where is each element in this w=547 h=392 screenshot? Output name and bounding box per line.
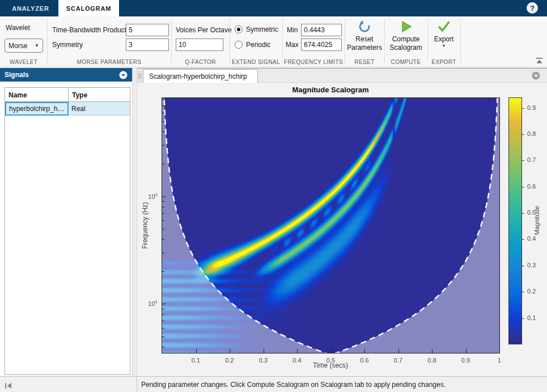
help-icon[interactable]: ?	[527, 2, 538, 14]
colorbar-tick-label: 0.9	[527, 104, 544, 111]
toolbar-separator	[171, 19, 172, 63]
radio-periodic[interactable]: Periodic	[235, 41, 270, 49]
x-tick-label: 1	[488, 357, 511, 364]
radio-periodic-label: Periodic	[246, 41, 270, 49]
colorbar-tick-label: 0.1	[527, 314, 544, 321]
freq-max-label: Max	[286, 41, 299, 49]
compute-scalogram-button[interactable]: Compute Scalogram	[385, 20, 426, 52]
section-label-compute: COMPUTE	[384, 59, 427, 67]
status-message: Pending parameter changes. Click Compute…	[141, 381, 446, 389]
radio-button-icon	[235, 25, 243, 33]
x-tick-label: 0.7	[387, 357, 410, 364]
toolbar-separator	[460, 19, 461, 63]
x-tick-label: 0.5	[320, 357, 342, 364]
x-tick-label: 0.6	[353, 357, 376, 364]
panel-splitter[interactable]	[132, 68, 137, 376]
section-label-frequency-limits: FREQUENCY LIMITS	[282, 59, 345, 67]
reset-icon	[358, 20, 371, 35]
section-label-q-factor: Q-FACTOR	[171, 59, 230, 67]
x-tick-label: 0.3	[252, 357, 275, 364]
x-tick-label: 0.9	[455, 357, 477, 364]
time-bandwidth-label: Time-Bandwidth Product	[52, 26, 126, 34]
toolbar-separator	[345, 19, 345, 63]
column-header-name[interactable]: Name	[5, 88, 68, 102]
radio-symmetric[interactable]: Symmetric	[235, 25, 278, 33]
voices-per-octave-input[interactable]	[176, 39, 223, 51]
reset-button-label-line1: Reset	[355, 35, 373, 44]
play-icon	[399, 20, 413, 35]
voices-per-octave-label: Voices Per Octave	[176, 26, 232, 34]
table-row[interactable]: hyperbolchirp_h… Real	[5, 102, 130, 116]
toolbar-separator	[384, 19, 385, 63]
check-icon	[437, 20, 451, 35]
scalogram-toolbar: Wavelet Morse ▼ WAVELET Time-Bandwidth P…	[0, 16, 547, 67]
colorbar-tick-label: 0.6	[527, 183, 544, 190]
wavelet-dropdown[interactable]: Morse ▼	[5, 39, 43, 53]
colorbar-tick-label: 0.7	[527, 156, 544, 163]
section-label-morse-parameters: MORSE PARAMETERS	[47, 59, 171, 67]
section-label-export: EXPORT	[427, 59, 460, 67]
export-button-label: Export	[434, 35, 454, 44]
wavelet-label: Wavelet	[6, 24, 30, 32]
freq-min-input[interactable]	[301, 24, 342, 36]
compute-button-label-line2: Scalogram	[389, 44, 422, 52]
compute-button-label-line1: Compute	[392, 35, 420, 44]
section-label-reset: RESET	[345, 59, 384, 67]
signals-panel: Signals Name Type hyperbolchirp_h… Real	[0, 68, 132, 376]
signals-panel-header: Signals	[0, 68, 132, 82]
collapse-panel-icon[interactable]	[5, 381, 12, 388]
wavelet-scalogram-app: ANALYZER SCALOGRAM ? Wavelet Morse ▼ WAV…	[0, 0, 547, 392]
radio-symmetric-label: Symmetric	[246, 25, 278, 33]
tab-strip-grip-handle[interactable]	[137, 70, 142, 82]
colorbar-tick-label: 0.2	[527, 288, 544, 295]
colorbar-tick-label: 0.4	[527, 235, 544, 242]
document-tab-scalogram[interactable]: Scalogram-hyperbolchirp_hchirp	[143, 69, 258, 83]
status-bar-divider	[137, 377, 137, 392]
x-tick-label: 0.1	[185, 357, 207, 364]
y-tick-label: 101	[138, 299, 158, 307]
time-bandwidth-input[interactable]	[126, 24, 169, 36]
freq-min-label: Min	[287, 26, 298, 34]
freq-max-input[interactable]	[301, 39, 342, 51]
y-axis-label: Frequency (Hz)	[141, 191, 149, 259]
x-tick-label: 0.8	[421, 357, 443, 364]
chevron-down-icon: ▼	[35, 43, 39, 48]
x-tick-label: 0.4	[286, 357, 308, 364]
document-actions-chevron-icon[interactable]	[532, 71, 540, 80]
column-header-type[interactable]: Type	[69, 88, 131, 102]
ribbon-tab-bar: ANALYZER SCALOGRAM ?	[0, 0, 547, 16]
scalogram-figure: Magnitude Scalogram Frequency (Hz) Time …	[137, 83, 547, 376]
signals-table: Name Type hyperbolchirp_h… Real	[5, 87, 130, 375]
reset-button-label-line2: Parameters	[347, 44, 382, 52]
document-tab-strip: Scalogram-hyperbolchirp_hchirp	[137, 68, 547, 83]
symmetry-input[interactable]	[126, 39, 169, 51]
x-tick-label: 0.2	[218, 357, 241, 364]
toolbar-separator	[282, 19, 283, 63]
radio-button-icon	[235, 41, 243, 49]
symmetry-label: Symmetry	[52, 41, 83, 49]
panel-collapse-chevron-icon[interactable]	[119, 71, 128, 79]
section-label-wavelet: WAVELET	[0, 59, 47, 67]
toolbar-separator	[230, 19, 230, 63]
y-tick-label: 102	[138, 192, 158, 200]
wavelet-dropdown-value: Morse	[9, 42, 27, 50]
status-bar: Pending parameter changes. Click Compute…	[0, 376, 547, 392]
chevron-down-icon: ▼	[442, 44, 446, 48]
reset-parameters-button[interactable]: Reset Parameters	[346, 20, 383, 52]
colorbar-tick-label: 0.5	[527, 209, 544, 216]
tab-analyzer[interactable]: ANALYZER	[6, 0, 56, 16]
export-button[interactable]: Export ▼	[429, 20, 459, 48]
tab-scalogram[interactable]: SCALOGRAM	[58, 0, 119, 16]
toolbar-separator	[47, 19, 48, 63]
signal-type-cell[interactable]: Real	[69, 102, 131, 116]
document-area: Scalogram-hyperbolchirp_hchirp Magnitude…	[137, 68, 547, 376]
signal-name-cell[interactable]: hyperbolchirp_h…	[5, 102, 69, 116]
signals-panel-title: Signals	[5, 71, 29, 79]
colorbar-tick-label: 0.8	[527, 130, 544, 137]
collapse-ribbon-icon[interactable]	[536, 56, 544, 63]
colorbar-tick-label: 0.3	[527, 262, 544, 269]
toolbar-separator	[427, 19, 428, 63]
scalogram-heatmap-canvas	[137, 83, 547, 376]
section-label-extend-signal: EXTEND SIGNAL	[230, 59, 282, 67]
signals-table-header-row: Name Type	[5, 88, 130, 102]
